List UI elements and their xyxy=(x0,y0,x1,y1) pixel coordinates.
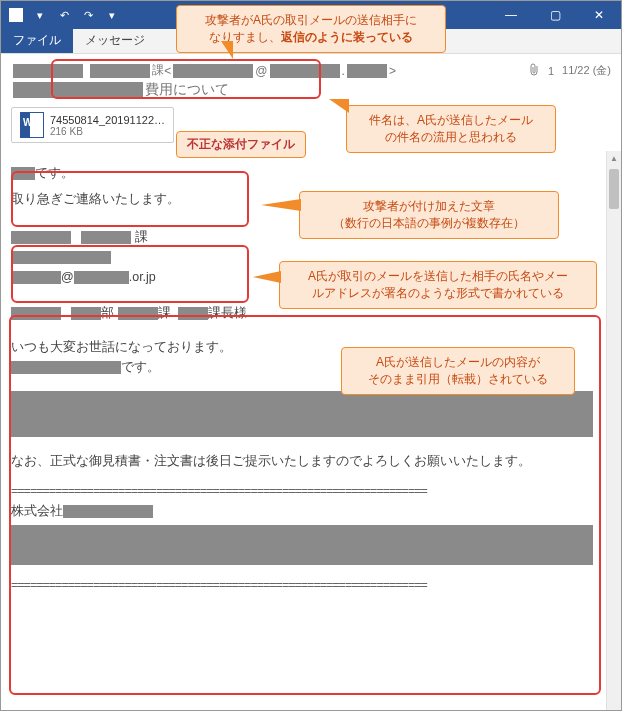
quote-addr: 課長様 xyxy=(208,306,247,320)
save-icon[interactable] xyxy=(7,6,25,24)
sig-domain: .or.jp xyxy=(129,270,156,284)
separator: ========================================… xyxy=(11,481,593,501)
redacted-block xyxy=(11,391,593,437)
subject-row: 費用について xyxy=(11,81,611,99)
scrollbar[interactable]: ▲ ▼ xyxy=(606,151,621,711)
callout-signature: A氏が取引のメールを送信した相手の氏名やメー ルアドレスが署名のような形式で書か… xyxy=(279,261,597,309)
undo-icon[interactable]: ↶ xyxy=(55,6,73,24)
callout-signature-leader xyxy=(253,271,281,283)
quick-access-toolbar: ▾ ↶ ↷ ▾ xyxy=(1,6,127,24)
separator2: ========================================… xyxy=(11,575,593,595)
quote-line3: なお、正式な御見積書・注文書は後日ご提示いたしますのでよろしくお願いいたします。 xyxy=(11,451,593,471)
callout-attachment: 不正な添付ファイル xyxy=(176,131,306,158)
callout-subject-leader xyxy=(329,99,349,113)
maximize-button[interactable]: ▢ xyxy=(533,1,577,29)
attachment-size: 216 KB xyxy=(50,126,165,137)
from-suffix: 課 xyxy=(152,62,164,79)
word-doc-icon xyxy=(20,112,44,138)
close-button[interactable]: ✕ xyxy=(577,1,621,29)
qat-dropdown2-icon[interactable]: ▾ xyxy=(103,6,121,24)
window-controls: — ▢ ✕ xyxy=(489,1,621,29)
minimize-button[interactable]: — xyxy=(489,1,533,29)
callout-added: 攻撃者が付け加えた文章 （数行の日本語の事例が複数存在） xyxy=(299,191,559,239)
callout-subject: 件名は、A氏が送信したメール の件名の流用と思われる xyxy=(346,105,556,153)
attachment-chip[interactable]: 74550814_20191122… 216 KB xyxy=(11,107,174,143)
subject-suffix: 費用について xyxy=(145,81,229,99)
callout-quote: A氏が送信したメールの内容が そのまま引用（転載）されている xyxy=(341,347,575,395)
attachment-icon xyxy=(530,63,540,79)
mail-header: 課 < @ . > 1 11/22 (金) 費用について xyxy=(1,54,621,105)
scroll-up-icon[interactable]: ▲ xyxy=(607,151,621,165)
tab-message[interactable]: メッセージ xyxy=(73,28,157,53)
redo-icon[interactable]: ↷ xyxy=(79,6,97,24)
body-line1: です。 xyxy=(35,166,74,180)
callout-added-leader xyxy=(261,199,301,211)
corp-label: 株式会社 xyxy=(11,504,63,518)
callout-top-leader xyxy=(221,41,233,59)
mail-date: 11/22 (金) xyxy=(562,63,611,78)
sig-suffix: 課 xyxy=(135,230,148,244)
callout-top: 攻撃者がA氏の取引メールの送信相手に なりすまし、返信のように装っている xyxy=(176,5,446,53)
from-row: 課 < @ . > 1 11/22 (金) xyxy=(11,62,611,79)
attachment-name: 74550814_20191122… xyxy=(50,114,165,126)
tab-file[interactable]: ファイル xyxy=(1,28,73,53)
scroll-thumb[interactable] xyxy=(609,169,619,209)
qat-dropdown-icon[interactable]: ▾ xyxy=(31,6,49,24)
attachment-count: 1 xyxy=(548,65,554,77)
redacted-block2 xyxy=(11,525,593,565)
